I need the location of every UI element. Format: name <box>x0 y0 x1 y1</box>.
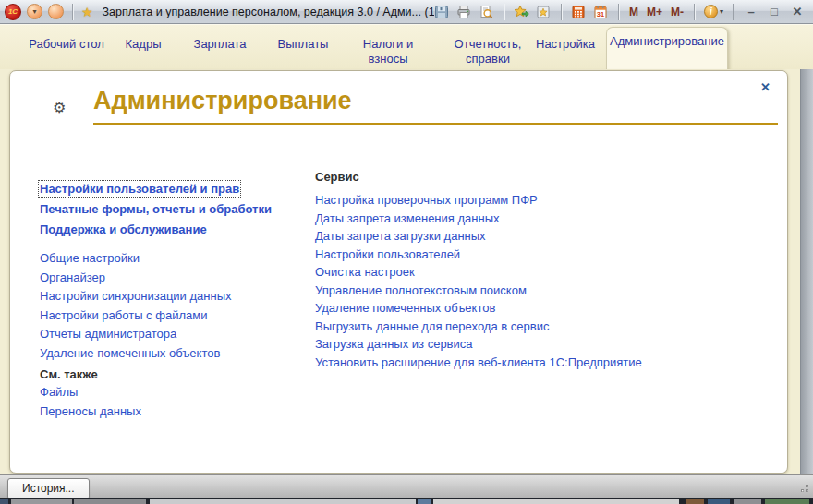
status-bar: История... <box>0 474 813 498</box>
taskbar-segment <box>734 499 761 504</box>
link-general-settings[interactable]: Общие настройки <box>40 251 140 265</box>
save-icon[interactable] <box>434 4 450 19</box>
favorites-icon[interactable] <box>536 4 552 19</box>
tab-settings[interactable]: Настройка <box>522 29 609 70</box>
history-button[interactable]: История... <box>7 478 90 499</box>
titlebar-left-tools: 1С ▾ ★ <box>0 4 93 20</box>
resize-grip[interactable] <box>798 483 809 494</box>
info-menu-button[interactable]: i ▾ <box>704 5 723 18</box>
link-print-forms-reports[interactable]: Печатные формы, отчеты и обработки <box>40 202 272 216</box>
content-area: ⚙ Администрирование ✕ Настройки пользова… <box>0 69 813 474</box>
taskbar-segment <box>11 499 72 504</box>
link-sync-settings[interactable]: Настройки синхронизации данных <box>40 289 232 303</box>
link-load-prohibition-dates[interactable]: Даты запрета загрузки данных <box>315 229 486 243</box>
window-title: Зарплата и управление персоналом, редакц… <box>93 6 434 18</box>
close-button[interactable]: ✕ <box>789 6 806 18</box>
taskbar-segment <box>765 499 809 504</box>
section-tab-bar: Рабочий стол Кадры Зарплата Выплаты Нало… <box>0 24 813 69</box>
link-change-prohibition-dates[interactable]: Даты запрета изменения данных <box>315 211 499 225</box>
toolbar-separator <box>733 4 734 20</box>
chevron-down-icon: ▾ <box>32 7 36 16</box>
link-export-data-to-service[interactable]: Выгрузить данные для перехода в сервис <box>315 319 549 333</box>
toolbar-separator <box>72 4 73 20</box>
memory-add-button[interactable]: M+ <box>646 6 663 18</box>
tab-taxes[interactable]: Налоги и взносы <box>349 29 427 70</box>
title-underline <box>93 123 778 125</box>
print-preview-icon[interactable] <box>479 4 494 19</box>
link-admin-reports[interactable]: Отчеты администратора <box>40 327 176 341</box>
toolbar-separator <box>561 4 562 20</box>
link-user-settings[interactable]: Настройки пользователей <box>315 247 460 261</box>
app-window: 1С ▾ ★ Зарплата и управление персоналом,… <box>0 0 813 504</box>
link-pfr-check-programs[interactable]: Настройка проверочных программ ПФР <box>315 193 538 207</box>
tab-salary[interactable]: Зарплата <box>181 29 259 70</box>
memory-subtract-button[interactable]: M- <box>670 6 685 18</box>
administration-panel: ⚙ Администрирование ✕ Настройки пользова… <box>9 70 788 474</box>
quick-access-button[interactable] <box>48 4 64 19</box>
title-bar: 1С ▾ ★ Зарплата и управление персоналом,… <box>0 0 813 24</box>
service-column: Сервис Настройка проверочных программ ПФ… <box>315 170 749 373</box>
info-icon: i <box>704 5 718 18</box>
link-organizer[interactable]: Органайзер <box>40 270 105 284</box>
tab-desktop[interactable]: Рабочий стол <box>28 29 105 70</box>
link-support-maintenance[interactable]: Поддержка и обслуживание <box>40 222 207 236</box>
tab-personnel[interactable]: Кадры <box>109 29 177 70</box>
print-icon[interactable] <box>456 4 472 19</box>
taskbar-segment <box>433 499 679 504</box>
1c-logo-icon[interactable]: 1С <box>5 4 21 20</box>
tab-payments[interactable]: Выплаты <box>264 29 342 70</box>
taskbar-segment <box>74 499 146 504</box>
maximize-button[interactable]: □ <box>766 6 783 18</box>
toolbar-separator <box>504 4 504 20</box>
calculator-icon[interactable] <box>571 4 587 19</box>
taskbar-segment <box>150 499 416 504</box>
add-to-favorites-icon[interactable] <box>514 4 529 19</box>
taskbar-segment <box>0 499 8 504</box>
link-delete-marked-objects-service[interactable]: Удаление помеченных объектов <box>315 301 495 315</box>
taskbar-segment <box>418 499 431 504</box>
gear-icon: ⚙ <box>53 101 66 115</box>
titlebar-right-tools: 31 M M+ M- i ▾ – □ ✕ <box>434 4 813 20</box>
see-also-header: См. также <box>40 367 313 381</box>
right-edge-strip <box>800 69 813 474</box>
taskbar-segment <box>708 499 730 504</box>
link-load-data-from-service[interactable]: Загрузка данных из сервиса <box>315 337 473 351</box>
toolbar-separator <box>618 4 619 20</box>
link-clear-settings[interactable]: Очистка настроек <box>315 265 415 279</box>
left-nav-column: Настройки пользователей и прав Печатные … <box>40 182 313 423</box>
link-delete-marked-objects[interactable]: Удаление помеченных объектов <box>40 346 220 360</box>
favorites-star-icon[interactable]: ★ <box>81 6 93 18</box>
calendar-icon[interactable]: 31 <box>593 4 609 19</box>
calendar-day-label: 31 <box>597 9 604 18</box>
link-fulltext-search[interactable]: Управление полнотекстовым поиском <box>315 283 527 297</box>
memory-recall-button[interactable]: M <box>628 6 639 18</box>
link-user-rights-settings[interactable]: Настройки пользователей и прав <box>40 182 239 196</box>
panel-close-icon[interactable]: ✕ <box>760 81 771 93</box>
tab-administration[interactable]: Администрирование <box>606 27 728 71</box>
link-files[interactable]: Файлы <box>40 385 78 399</box>
minimize-button[interactable]: – <box>743 6 759 18</box>
toolbar-separator <box>694 4 695 20</box>
taskbar-segment <box>686 499 704 504</box>
page-title: Администрирование <box>93 87 352 115</box>
link-install-web-client-extension[interactable]: Установить расширение для веб-клиента 1С… <box>315 355 642 369</box>
main-menu-button[interactable]: ▾ <box>27 4 42 19</box>
service-header: Сервис <box>315 170 749 184</box>
link-file-settings[interactable]: Настройки работы с файлами <box>40 308 207 322</box>
link-data-transfers[interactable]: Переносы данных <box>40 404 141 418</box>
os-taskbar-edge[interactable] <box>0 498 813 504</box>
chevron-down-icon: ▾ <box>720 7 723 16</box>
